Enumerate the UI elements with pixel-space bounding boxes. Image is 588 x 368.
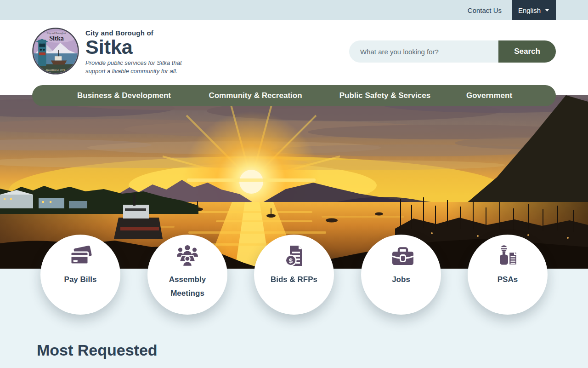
quick-link-pay-bills[interactable]: Pay Bills <box>40 235 120 315</box>
quick-link-psas[interactable]: PSAs <box>468 235 548 315</box>
sitka-seal-logo[interactable]: City and Borough of Sitka December 2, 19… <box>32 28 79 75</box>
search-input[interactable] <box>349 40 498 63</box>
quick-link-label: Jobs <box>371 273 431 287</box>
brand-tagline: Provide public services for Sitka that s… <box>85 59 182 75</box>
credit-cards-icon <box>68 243 93 269</box>
quick-link-jobs[interactable]: Jobs <box>361 235 441 315</box>
language-label: English <box>518 6 541 14</box>
quick-link-label: Pay Bills <box>50 273 111 287</box>
brand-block: City and Borough of Sitka Provide public… <box>85 29 182 75</box>
quick-link-bids-rfps[interactable]: $ Bids & RFPs <box>254 235 334 315</box>
seal-name-text: Sitka <box>49 34 64 42</box>
search-button[interactable]: Search <box>498 40 556 63</box>
quick-link-label: Bids & RFPs <box>264 273 324 287</box>
seal-icon: City and Borough of Sitka December 2, 19… <box>32 28 79 75</box>
nav-item-business-development[interactable]: Business & Development <box>77 85 171 106</box>
nav-item-community-recreation[interactable]: Community & Recreation <box>209 85 302 106</box>
contact-us-link[interactable]: Contact Us <box>468 6 502 14</box>
microphone-news-icon <box>495 243 520 269</box>
quick-link-label: Assembly Meetings <box>157 273 218 300</box>
nav-item-public-safety-services[interactable]: Public Safety & Services <box>339 85 430 106</box>
section-title-most-requested: Most Requested <box>37 341 158 359</box>
briefcase-icon <box>388 243 414 269</box>
document-dollar-icon: $ <box>281 243 307 269</box>
page-title: Sitka <box>85 37 182 58</box>
chevron-down-icon <box>545 9 549 12</box>
site-search: Search <box>349 40 556 63</box>
top-utility-bar: Contact Us English <box>0 0 588 20</box>
svg-text:$: $ <box>289 257 293 264</box>
seal-date-text: December 2, 1971 <box>46 69 65 71</box>
tagline-line-2: support a livable community for all. <box>85 67 182 75</box>
meeting-people-icon <box>175 243 200 269</box>
tagline-line-1: Provide public services for Sitka that <box>85 59 182 67</box>
nav-item-government[interactable]: Government <box>466 85 512 106</box>
language-dropdown[interactable]: English <box>512 0 556 20</box>
primary-nav: Business & Development Community & Recre… <box>32 85 556 106</box>
quick-link-assembly-meetings[interactable]: Assembly Meetings <box>147 235 227 315</box>
quick-link-label: PSAs <box>477 273 538 287</box>
site-header: City and Borough of Sitka December 2, 19… <box>0 20 588 95</box>
